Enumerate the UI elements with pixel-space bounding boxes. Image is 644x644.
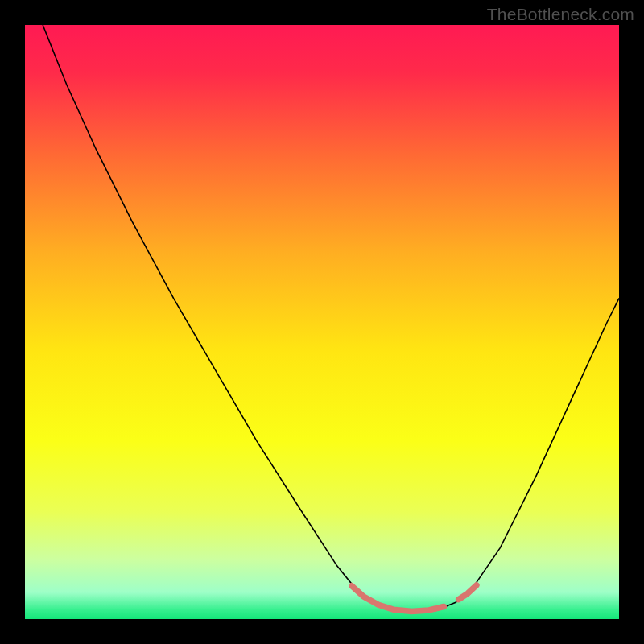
chart-frame: TheBottleneck.com (0, 0, 644, 644)
series-bottleneck-curve (43, 25, 619, 611)
series-highlight-left (352, 586, 444, 612)
series-highlight-right (459, 585, 477, 600)
watermark-text: TheBottleneck.com (487, 5, 634, 24)
plot-area (25, 25, 619, 619)
curve-layer (25, 25, 619, 619)
